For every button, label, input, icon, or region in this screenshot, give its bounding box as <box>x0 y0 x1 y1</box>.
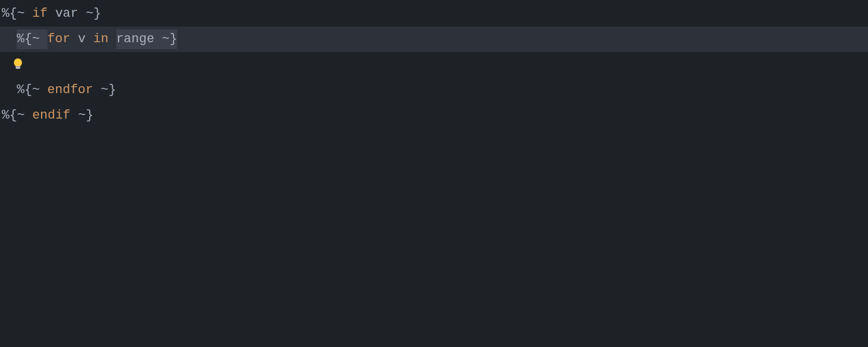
template-close: ~} <box>155 29 178 50</box>
template-close: ~} <box>78 5 101 23</box>
keyword-in: in <box>93 31 108 49</box>
keyword-if: if <box>32 5 47 23</box>
keyword-endif: endif <box>32 107 71 125</box>
variable: range <box>116 29 155 50</box>
template-close: ~} <box>93 82 116 99</box>
template-open: %{~ <box>2 5 32 23</box>
code-action-line <box>0 52 868 77</box>
keyword-endfor: endfor <box>47 82 93 99</box>
template-open: %{~ <box>2 107 32 125</box>
code-line-active[interactable]: %{~ for v in range ~} <box>0 27 868 52</box>
code-line[interactable]: %{~ endfor ~} <box>0 77 868 103</box>
code-line[interactable]: %{~ endif ~} <box>0 103 868 128</box>
template-open: %{~ <box>17 29 47 50</box>
lightbulb-icon[interactable] <box>13 58 23 71</box>
code-line[interactable]: %{~ if var ~} <box>0 1 868 27</box>
variable: v <box>78 31 86 49</box>
template-close: ~} <box>71 107 94 125</box>
template-open: %{~ <box>17 82 47 99</box>
code-editor[interactable]: %{~ if var ~} %{~ for v in range ~} %{~ … <box>0 0 868 347</box>
variable: var <box>55 5 78 23</box>
keyword-for: for <box>47 31 71 49</box>
